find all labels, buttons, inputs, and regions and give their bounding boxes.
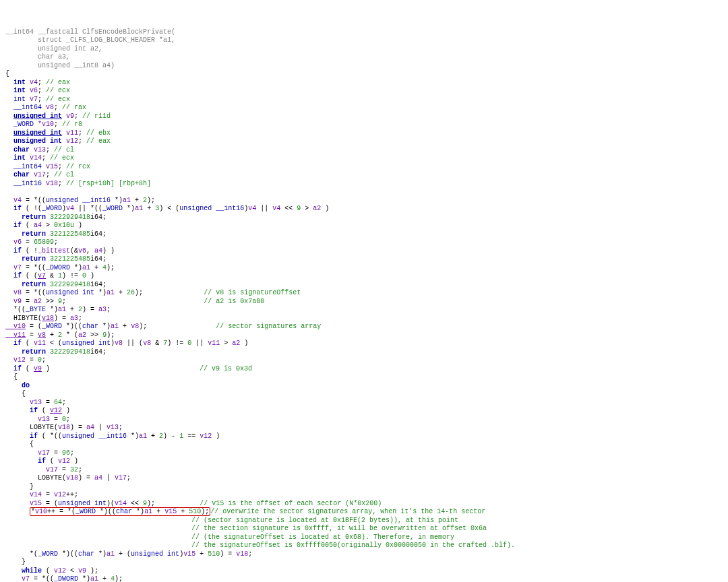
c4: // (the signatureOffset is located at 0x…: [191, 534, 454, 541]
l29-h: ) -: [163, 432, 179, 440]
hl-c: ++ = *(: [47, 508, 75, 515]
l6-b: =: [22, 238, 34, 246]
l32-a: if: [5, 457, 46, 465]
l2-r: <<: [280, 205, 297, 212]
l24-a: {: [5, 390, 26, 397]
header-p1-name: *a1,: [159, 36, 175, 44]
l39-e: *): [94, 550, 107, 558]
l13-b: =: [22, 298, 34, 305]
l2-g: _WORD: [102, 205, 123, 212]
l10-b: ( (: [22, 272, 38, 280]
l2-j: +: [143, 205, 155, 212]
header-fn: ClfsEncodeBlockPrivate: [82, 28, 171, 36]
l20-a: v12: [5, 356, 26, 364]
l13-d: >>: [42, 298, 58, 305]
l6-a: v6: [5, 238, 22, 246]
decl-v15-t: __int64: [13, 163, 42, 170]
l1-f: +: [131, 197, 143, 204]
l31-d: ;: [70, 449, 74, 457]
l15-e: ;: [78, 315, 82, 322]
c3: // the section signature is 0xffff, it w…: [191, 525, 487, 532]
l13-f: ;: [62, 298, 66, 305]
l9-a: v7: [5, 264, 22, 271]
l12-b: = *((: [22, 289, 46, 296]
l42-c: _DWORD: [54, 575, 78, 582]
decl-v13-c: // cl: [54, 146, 74, 154]
l36-a: v14: [5, 491, 42, 498]
hl-d: _WORD: [75, 508, 96, 515]
l9-h: );: [107, 264, 115, 271]
l2-b: ( !(: [22, 205, 42, 212]
l26-b: (: [38, 407, 50, 414]
l12-e: a1: [107, 289, 115, 296]
l18-c: v11: [34, 340, 46, 347]
l7-b: ( !: [22, 247, 38, 255]
decl-v7-t: int: [13, 96, 26, 103]
l8-d: i64;: [90, 255, 107, 263]
l12-f: +: [115, 289, 127, 296]
l2-v: ): [321, 205, 329, 212]
decl-v11-t: unsigned int: [13, 129, 62, 137]
decl-v14-c: // ecx: [50, 154, 74, 162]
decl-v4-t: int: [13, 79, 26, 86]
decl-v18-n: v18: [46, 180, 58, 187]
l37-c: unsigned int: [58, 500, 107, 507]
l14-a: *((: [5, 306, 26, 313]
l14-h: a3: [98, 306, 107, 313]
l39-f: a1: [107, 550, 115, 558]
decl-v7-c: // ecx: [46, 96, 70, 103]
decl-v8-t: __int64: [13, 104, 42, 111]
decl-v14-n: v14: [30, 154, 42, 162]
l2-h: *): [123, 205, 135, 212]
decl-v15-c: // rcx: [66, 163, 90, 170]
l2-p: ||: [256, 205, 272, 212]
l29-l: ): [212, 432, 220, 440]
l37-a: v15: [5, 500, 42, 507]
l11-d: i64;: [90, 281, 107, 288]
l15-c: ) =: [54, 315, 70, 322]
decl-v15-n: v15: [46, 163, 58, 170]
hl-l: 510: [189, 508, 201, 515]
l20-b: =: [26, 356, 38, 364]
l15-b: v18: [42, 315, 54, 322]
l37-b: = (: [42, 500, 58, 507]
l16-e: char: [82, 323, 98, 330]
l9-c: _DWORD: [46, 264, 70, 271]
l12-g: 26: [127, 289, 135, 296]
decl-v14-t: int: [13, 154, 26, 162]
l4-f: ): [74, 222, 82, 229]
highlighted-expression: *v10++ = *(_WORD *)((char *)a1 + v15 + 5…: [30, 507, 210, 516]
hl-h: a1: [144, 508, 152, 515]
l17-g: a2: [78, 331, 86, 339]
decl-v12-c: // eax: [86, 137, 111, 145]
l12-h: );: [135, 289, 143, 296]
l39-g: + (: [115, 550, 131, 558]
decl-v17-t: char: [13, 171, 30, 179]
l6-c: 65809: [34, 238, 54, 246]
l18-d: < (: [46, 340, 62, 347]
l7-h: ) ): [102, 247, 115, 255]
l41-c: v12: [54, 567, 66, 575]
l10-a: if: [5, 272, 22, 280]
l39-j: v15: [183, 550, 195, 558]
l18-e: unsigned int: [62, 340, 111, 347]
l17-b: =: [26, 331, 38, 339]
decl-v17-n: v17: [34, 171, 46, 179]
l33-b: =: [58, 466, 70, 474]
l16-g: a1: [111, 323, 119, 330]
decl-v11-n: v11: [66, 129, 78, 137]
l12-c: unsigned int: [46, 289, 94, 296]
l11-c: 3222929418: [50, 281, 90, 288]
l1-e: a1: [123, 197, 131, 204]
l39-c: *)((: [58, 550, 78, 558]
l3-c: 3222929418: [50, 214, 90, 221]
l16-h: +: [119, 323, 131, 330]
l17-d: +: [46, 331, 58, 339]
l9-f: +: [90, 264, 102, 271]
l1-h: );: [147, 197, 155, 204]
l18-j: &: [151, 340, 163, 347]
l12-a: v8: [5, 289, 22, 296]
l42-b: = *((: [30, 575, 54, 582]
decl-v6-n: v6: [30, 87, 38, 94]
l1-c: unsigned __int16: [46, 197, 111, 204]
